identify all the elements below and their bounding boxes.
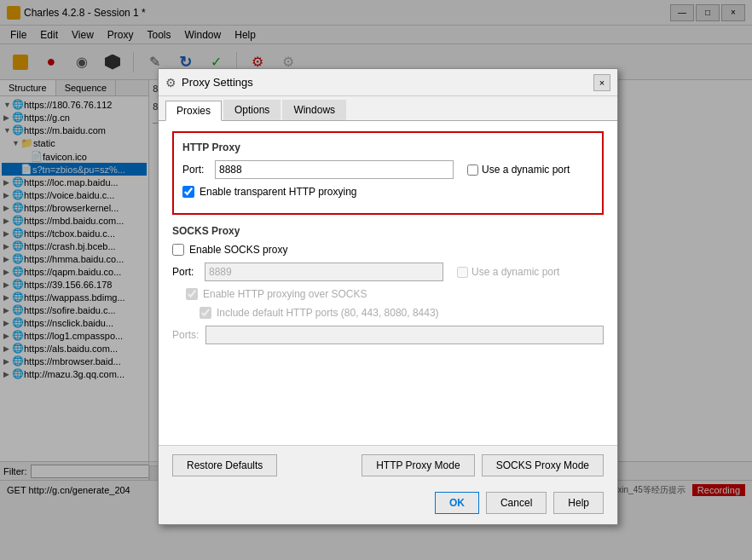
dialog-body: HTTP Proxy Port: Use a dynamic port Enab… xyxy=(159,121,617,445)
default-ports-label: Include default HTTP ports (80, 443, 808… xyxy=(217,307,439,319)
enable-socks-label: Enable SOCKS proxy xyxy=(189,244,287,256)
default-ports-checkbox[interactable] xyxy=(200,307,211,319)
help-button[interactable]: Help xyxy=(553,492,604,514)
dialog-title: ⚙ Proxy Settings xyxy=(165,76,253,89)
cancel-button[interactable]: Cancel xyxy=(486,492,547,514)
socks-port-input[interactable] xyxy=(205,263,443,281)
http-port-input[interactable] xyxy=(215,160,454,179)
socks-dynamic-port-label: Use a dynamic port xyxy=(471,266,559,278)
dialog-tabs: Proxies Options Windows xyxy=(159,96,617,121)
dialog-title-text: Proxy Settings xyxy=(182,76,253,89)
proxy-settings-dialog: ⚙ Proxy Settings × Proxies Options Windo… xyxy=(158,68,618,525)
dynamic-port-checkbox[interactable] xyxy=(467,165,478,176)
transparent-proxy-row: Enable transparent HTTP proxying xyxy=(182,186,593,198)
enable-socks-checkbox[interactable] xyxy=(172,244,184,256)
dialog-titlebar: ⚙ Proxy Settings × xyxy=(159,69,617,96)
http-port-label: Port: xyxy=(182,164,208,176)
socks-port-label: Port: xyxy=(172,266,198,278)
dialog-close-button[interactable]: × xyxy=(593,74,610,91)
enable-socks-row: Enable SOCKS proxy xyxy=(172,244,604,256)
transparent-proxy-label: Enable transparent HTTP proxying xyxy=(200,186,357,198)
dialog-footer-right: HTTP Proxy Mode SOCKS Proxy Mode xyxy=(362,454,604,476)
socks-proxy-title: SOCKS Proxy xyxy=(172,225,604,237)
tab-windows[interactable]: Windows xyxy=(282,100,346,120)
socks-port-row: Port: Use a dynamic port xyxy=(172,263,604,281)
http-over-socks-checkbox[interactable] xyxy=(186,288,198,300)
ok-button[interactable]: OK xyxy=(435,492,479,514)
default-ports-row: Include default HTTP ports (80, 443, 808… xyxy=(172,307,604,319)
dialog-title-icon: ⚙ xyxy=(165,76,176,89)
dynamic-port-label: Use a dynamic port xyxy=(482,164,570,176)
restore-defaults-button[interactable]: Restore Defaults xyxy=(172,454,277,476)
socks-ports-input[interactable] xyxy=(205,326,604,344)
socks-proxy-mode-button[interactable]: SOCKS Proxy Mode xyxy=(482,454,604,476)
transparent-proxy-checkbox[interactable] xyxy=(182,186,194,198)
socks-ports-label: Ports: xyxy=(172,329,199,341)
dialog-footer: Restore Defaults HTTP Proxy Mode SOCKS P… xyxy=(159,445,617,485)
http-port-row: Port: Use a dynamic port xyxy=(182,160,593,179)
tab-options[interactable]: Options xyxy=(223,100,281,120)
http-proxy-section: HTTP Proxy Port: Use a dynamic port Enab… xyxy=(172,131,604,215)
dialog-footer-left: Restore Defaults xyxy=(172,454,277,476)
socks-proxy-section: SOCKS Proxy Enable SOCKS proxy Port: Use… xyxy=(172,225,604,344)
dialog-ok-cancel-row: OK Cancel Help xyxy=(159,485,617,524)
http-proxy-mode-button[interactable]: HTTP Proxy Mode xyxy=(362,454,474,476)
http-proxy-title: HTTP Proxy xyxy=(182,141,593,153)
http-over-socks-row: Enable HTTP proxying over SOCKS xyxy=(172,288,604,300)
http-over-socks-label: Enable HTTP proxying over SOCKS xyxy=(203,288,367,300)
socks-dynamic-port-checkbox[interactable] xyxy=(457,267,468,278)
socks-ports-row: Ports: xyxy=(172,326,604,344)
tab-proxies[interactable]: Proxies xyxy=(165,101,222,121)
